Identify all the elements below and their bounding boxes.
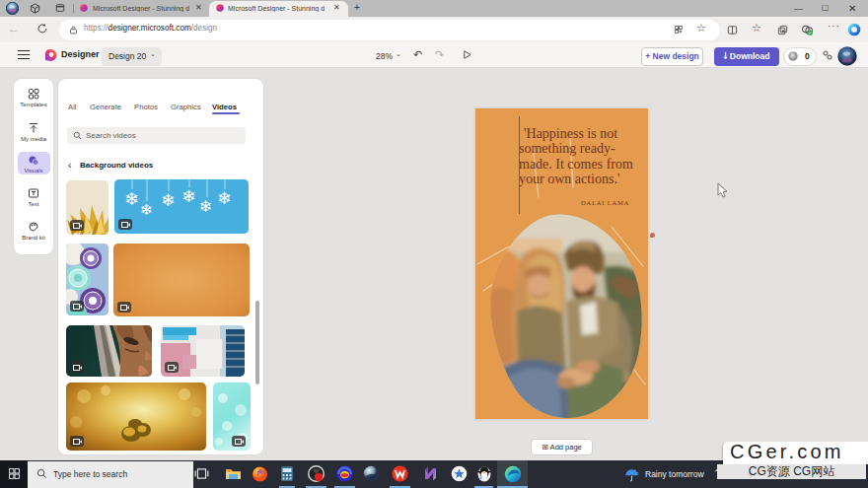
svg-text:❄: ❄ — [181, 187, 195, 206]
svg-text:❄: ❄ — [124, 189, 139, 209]
svg-text:❄: ❄ — [161, 191, 175, 210]
svg-text:❄: ❄ — [199, 198, 212, 215]
svg-text:❄: ❄ — [140, 201, 153, 218]
svg-text:❄: ❄ — [217, 189, 231, 208]
